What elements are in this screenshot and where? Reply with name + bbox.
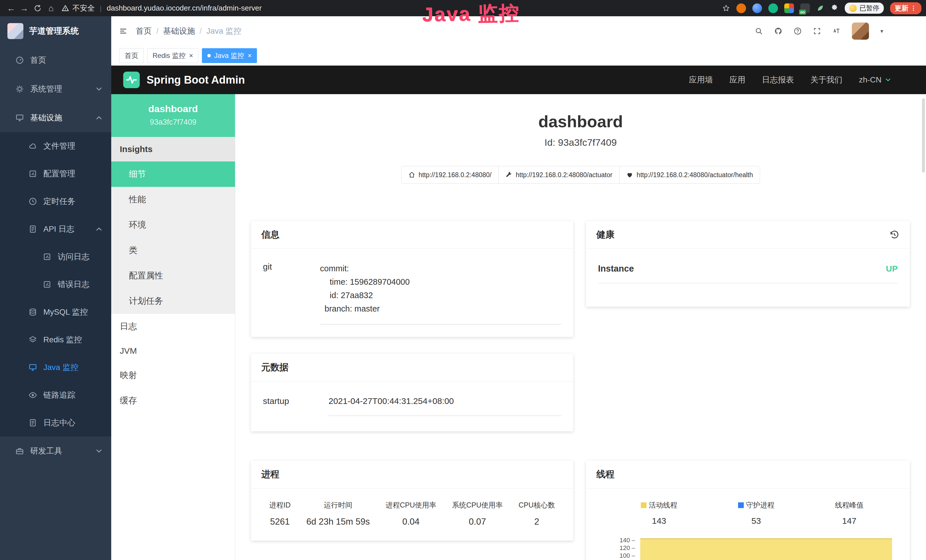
grid-extension-icon[interactable]	[784, 3, 794, 13]
process-card: 进程 进程ID 5261 运行时间 6d 23h 15m 59s 进程CPU使用…	[251, 461, 573, 540]
sidebar-item-api-log[interactable]: API 日志	[0, 215, 111, 243]
caret-down-icon[interactable]: ▾	[881, 28, 883, 35]
font-size-icon[interactable]	[832, 27, 840, 35]
breadcrumb-home[interactable]: 首页	[136, 26, 152, 36]
leaf-extension-icon[interactable]	[816, 4, 824, 12]
legend-daemon-threads: 守护进程 53	[738, 500, 775, 526]
sidebar-item-infra[interactable]: 基础设施	[0, 103, 111, 132]
sba-insights-list: 细节 性能 环境 类 配置属性 计划任务	[111, 162, 235, 314]
sidebar-item-access-log[interactable]: 访问日志	[0, 243, 111, 271]
warning-icon	[62, 5, 69, 12]
sidebar-item-label: 定时任务	[43, 196, 75, 207]
sba-item-classes[interactable]: 类	[111, 238, 235, 263]
emoji-face-icon	[849, 5, 857, 12]
sidebar-item-system[interactable]: 系统管理	[0, 74, 111, 103]
switch-extension-icon[interactable]: on	[800, 3, 810, 13]
scrollbar-thumb[interactable]	[922, 98, 925, 173]
app-logo[interactable]: 芋道管理系统	[0, 16, 111, 45]
bookmark-star-icon[interactable]	[722, 4, 730, 12]
chevron-up-icon	[95, 114, 103, 122]
info-line: id: 27aa832	[320, 289, 561, 302]
endpoint-health-url[interactable]: http://192.168.0.2:48080/actuator/health	[619, 166, 760, 184]
address-bar[interactable]: 不安全 | dashboard.yudao.iocoder.cn/infra/a…	[62, 3, 262, 13]
sidebar-item-label: 首页	[30, 55, 46, 66]
sba-item-environment[interactable]: 环境	[111, 212, 235, 238]
sidebar-item-label: Redis 监控	[43, 334, 82, 345]
sba-item-config-props[interactable]: 配置属性	[111, 263, 235, 288]
stat-value: 2	[519, 517, 555, 527]
sba-nav-journal[interactable]: 日志报表	[762, 74, 794, 85]
close-icon[interactable]: ×	[189, 52, 193, 59]
sidebar-item-dev-tools[interactable]: 研发工具	[0, 436, 111, 465]
info-line: branch: master	[320, 302, 561, 316]
stat-value: 6d 23h 15m 59s	[306, 517, 369, 527]
sba-sidebar: dashboard 93a3fc7f7409 Insights 细节 性能 环境…	[111, 94, 235, 560]
url-text: dashboard.yudao.iocoder.cn/infra/admin-s…	[107, 4, 262, 12]
puzzle-extensions-icon[interactable]	[831, 4, 838, 12]
history-icon[interactable]	[889, 230, 899, 240]
help-icon[interactable]	[794, 27, 802, 35]
document-icon	[43, 280, 51, 289]
sidebar-item-label: 日志中心	[43, 417, 75, 428]
active-threads-area	[640, 538, 892, 560]
y-extension-icon[interactable]	[768, 3, 778, 13]
sba-item-jvm[interactable]: JVM	[111, 339, 235, 363]
sba-logo-icon[interactable]	[123, 72, 140, 88]
tab-redis-monitor[interactable]: Redis 监控 ×	[147, 48, 198, 63]
sidebar-item-scheduled-jobs[interactable]: 定时任务	[0, 188, 111, 215]
sidebar-item-config-manage[interactable]: 配置管理	[0, 160, 111, 188]
sba-item-details[interactable]: 细节	[111, 162, 235, 187]
sba-nav-about[interactable]: 关于我们	[811, 74, 843, 85]
sidebar-item-file-manage[interactable]: 文件管理	[0, 132, 111, 160]
sba-item-caches[interactable]: 缓存	[111, 388, 235, 413]
sba-app-name: dashboard	[111, 94, 235, 114]
sba-item-scheduled-tasks[interactable]: 计划任务	[111, 288, 235, 314]
search-icon[interactable]	[755, 27, 763, 35]
sba-item-logs[interactable]: 日志	[111, 314, 235, 339]
sba-app-header[interactable]: dashboard 93a3fc7f7409	[111, 94, 235, 137]
legend-value: 147	[835, 516, 864, 526]
paused-badge[interactable]: 已暂停	[845, 3, 884, 14]
sba-item-metrics[interactable]: 性能	[111, 187, 235, 212]
process-stat-process-cpu: 进程CPU使用率 0.04	[386, 500, 436, 527]
breadcrumb-separator: /	[200, 27, 202, 36]
endpoint-actuator-url[interactable]: http://192.168.0.2:48080/actuator	[498, 166, 619, 184]
user-avatar[interactable]	[852, 23, 869, 40]
sba-brand[interactable]: Spring Boot Admin	[147, 74, 245, 86]
github-icon[interactable]	[774, 27, 782, 35]
sidebar-item-trace[interactable]: 链路追踪	[0, 381, 111, 409]
health-card-title: 健康	[596, 229, 614, 241]
fullscreen-icon[interactable]	[813, 27, 821, 35]
sidebar-item-label: API 日志	[43, 224, 74, 235]
breadcrumb-infra[interactable]: 基础设施	[163, 26, 195, 36]
eye-icon	[29, 391, 37, 400]
y-axis-tick: 120	[615, 544, 635, 552]
tab-java-monitor[interactable]: Java 监控 ×	[202, 48, 257, 63]
fox-extension-icon[interactable]	[736, 3, 746, 13]
update-button[interactable]: 更新	[890, 2, 921, 14]
metadata-card: 元数据 startup 2021-04-27T00:44:31.254+08:0…	[251, 354, 573, 431]
language-selector[interactable]: zh-CN	[859, 75, 892, 85]
sidebar-item-home[interactable]: 首页	[0, 45, 111, 74]
sidebar-item-mysql-monitor[interactable]: MySQL 监控	[0, 298, 111, 326]
sidebar-item-log-center[interactable]: 日志中心	[0, 409, 111, 436]
browser-home-icon[interactable]: ⌂	[44, 0, 57, 16]
sidebar-item-java-monitor[interactable]: Java 监控	[0, 353, 111, 381]
breadcrumb-separator: /	[156, 27, 159, 36]
sba-nav-wallboard[interactable]: 应用墙	[689, 74, 713, 85]
sba-nav-applications[interactable]: 应用	[729, 74, 746, 85]
hamburger-icon[interactable]	[119, 27, 127, 35]
drop-extension-icon[interactable]	[752, 3, 762, 13]
sba-item-mappings[interactable]: 映射	[111, 363, 235, 388]
close-icon[interactable]: ×	[248, 52, 251, 59]
header-actions: ▾	[755, 23, 883, 40]
endpoint-service-url[interactable]: http://192.168.0.2:48080/	[401, 166, 499, 184]
tab-home[interactable]: 首页	[119, 48, 144, 63]
forward-icon[interactable]: →	[18, 0, 31, 16]
infrastructure-icon	[15, 114, 24, 122]
reload-icon[interactable]	[34, 4, 42, 12]
sidebar-item-redis-monitor[interactable]: Redis 监控	[0, 326, 111, 353]
back-icon[interactable]: ←	[5, 0, 18, 16]
stat-label: 进程ID	[269, 500, 291, 510]
sidebar-item-error-log[interactable]: 错误日志	[0, 271, 111, 298]
